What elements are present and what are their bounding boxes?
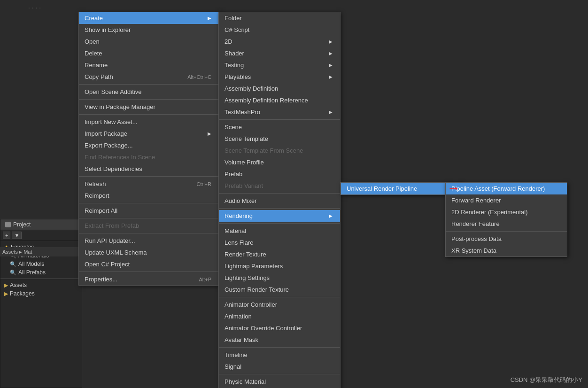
assets-path: Assets ▸ <box>2 249 22 255</box>
menu-item-animation[interactable]: Animation <box>219 310 340 322</box>
label: Import New Asset... <box>85 118 138 125</box>
menu-item-animator-controller[interactable]: Animator Controller <box>219 299 340 310</box>
menu-item-lightmap-params[interactable]: Lightmap Parameters <box>219 260 340 272</box>
arrow-button[interactable]: ▼ <box>12 232 22 239</box>
menu-item-reimport[interactable]: Reimport <box>79 190 219 202</box>
menu-item-select-dependencies[interactable]: Select Dependencies <box>79 163 219 175</box>
menu-item-textmeshpro[interactable]: TextMeshPro ▶ <box>219 106 340 118</box>
menu-item-xr-system-data[interactable]: XR System Data <box>446 245 567 256</box>
label: Scene Template <box>224 135 268 142</box>
search-icon-2: 🔍 <box>10 261 16 267</box>
shortcut: Alt+Ctrl+C <box>187 74 211 80</box>
assets-item[interactable]: ▶ Assets <box>0 281 82 289</box>
menu-item-scene-template[interactable]: Scene Template <box>219 133 340 145</box>
sep-l4-1 <box>446 231 567 232</box>
menu-item-testing[interactable]: Testing ▶ <box>219 59 340 71</box>
label: Update UXML Schema <box>85 249 147 256</box>
menu-item-lens-flare[interactable]: Lens Flare <box>219 237 340 248</box>
label: Animator Override Controller <box>224 325 302 332</box>
menu-item-export-package[interactable]: Export Package... <box>79 140 219 151</box>
label: Properties... <box>85 276 117 283</box>
menu-item-assembly-definition[interactable]: Assembly Definition <box>219 83 340 94</box>
menu-item-scene[interactable]: Scene <box>219 121 340 133</box>
packages-item[interactable]: ▶ Packages <box>0 289 82 298</box>
project-toolbar: + ▼ <box>0 230 82 241</box>
menu-item-material[interactable]: Material <box>219 225 340 237</box>
menu-item-render-texture[interactable]: Render Texture <box>219 248 340 260</box>
all-prefabs-item[interactable]: 🔍 All Prefabs <box>0 268 82 277</box>
menu-item-pipeline-asset[interactable]: Pipeline Asset (Forward Renderer) <box>446 183 567 194</box>
menu-item-delete[interactable]: Delete <box>79 47 219 59</box>
menu-item-custom-render-texture[interactable]: Custom Render Texture <box>219 284 340 295</box>
menu-item-find-references: Find References In Scene <box>79 151 219 163</box>
menu-item-view-package-manager[interactable]: View in Package Manager <box>79 101 219 113</box>
label: TextMeshPro <box>224 109 260 116</box>
menu-item-copy-path[interactable]: Copy Path Alt+Ctrl+C <box>79 71 219 83</box>
sep-l2-3 <box>219 208 340 209</box>
menu-item-run-api-updater[interactable]: Run API Updater... <box>79 235 219 247</box>
menu-item-open-scene-additive[interactable]: Open Scene Additive <box>79 86 219 98</box>
mat-folder: Mat <box>23 249 32 255</box>
add-button[interactable]: + <box>3 232 10 239</box>
sep6 <box>79 218 219 218</box>
menu-item-physic-material[interactable]: Physic Material <box>219 376 340 388</box>
menu-item-open-cs-project[interactable]: Open C# Project <box>79 258 219 270</box>
menu-item-timeline[interactable]: Timeline <box>219 349 340 361</box>
sep4 <box>79 176 219 177</box>
menu-item-assembly-definition-reference[interactable]: Assembly Definition Reference <box>219 94 340 106</box>
submenu-arrow-shader: ▶ <box>329 51 333 56</box>
context-menu-l4: Pipeline Asset (Forward Renderer) Forwar… <box>445 182 567 257</box>
label: Testing <box>224 62 244 69</box>
label: Renderer Feature <box>451 220 500 227</box>
submenu-arrow-2d: ▶ <box>329 39 333 44</box>
menu-item-animator-override[interactable]: Animator Override Controller <box>219 322 340 334</box>
menu-item-csharp-script[interactable]: C# Script <box>219 24 340 36</box>
menu-item-signal[interactable]: Signal <box>219 361 340 372</box>
menu-item-import-new-asset[interactable]: Import New Asset... <box>79 116 219 128</box>
menu-item-show-in-explorer[interactable]: Show in Explorer <box>79 24 219 36</box>
menu-item-extract-from-prefab: Extract From Prefab <box>79 220 219 232</box>
menu-item-create[interactable]: Create ▶ <box>79 12 219 24</box>
all-models-label: All Models <box>18 261 44 267</box>
menu-item-audio-mixer[interactable]: Audio Mixer <box>219 195 340 207</box>
label: 2D <box>224 38 232 45</box>
menu-item-refresh[interactable]: Refresh Ctrl+R <box>79 178 219 190</box>
top-dots: · · · · <box>28 4 41 11</box>
menu-item-avatar-mask[interactable]: Avatar Mask <box>219 334 340 346</box>
label: Prefab <box>224 171 242 178</box>
project-tab[interactable]: Project <box>0 219 82 230</box>
label: Universal Render Pipeline <box>347 185 417 192</box>
menu-item-update-uxml[interactable]: Update UXML Schema <box>79 247 219 258</box>
menu-item-shader[interactable]: Shader ▶ <box>219 47 340 59</box>
menu-item-scene-template-from-scene: Scene Template From Scene <box>219 145 340 156</box>
sep-l2-2 <box>219 193 340 194</box>
menu-item-properties[interactable]: Properties... Alt+P <box>79 273 219 285</box>
menu-item-open[interactable]: Open <box>79 36 219 47</box>
submenu-arrow-import: ▶ <box>208 131 211 136</box>
all-models-item[interactable]: 🔍 All Models <box>0 260 82 268</box>
sep8 <box>79 272 219 272</box>
menu-item-volume-profile[interactable]: Volume Profile <box>219 156 340 168</box>
label: C# Script <box>224 26 249 33</box>
label: Find References In Scene <box>85 154 155 161</box>
menu-item-post-process-data[interactable]: Post-process Data <box>446 233 567 245</box>
menu-item-forward-renderer[interactable]: Forward Renderer <box>446 194 567 206</box>
menu-item-lighting-settings[interactable]: Lighting Settings <box>219 272 340 284</box>
label: Prefab Variant <box>224 182 263 189</box>
label: Forward Renderer <box>451 197 501 204</box>
folder-icon-packages: ▶ <box>4 291 8 297</box>
red-arrow-indicator: ← <box>447 181 460 196</box>
menu-item-reimport-all[interactable]: Reimport All <box>79 205 219 217</box>
label: Custom Render Texture <box>224 286 289 293</box>
menu-item-2d[interactable]: 2D ▶ <box>219 36 340 47</box>
menu-item-folder[interactable]: Folder <box>219 12 340 24</box>
label: View in Package Manager <box>85 103 155 110</box>
menu-item-rename[interactable]: Rename <box>79 59 219 71</box>
menu-item-rendering[interactable]: Rendering ▶ <box>219 210 340 222</box>
menu-item-renderer-feature[interactable]: Renderer Feature <box>446 218 567 230</box>
menu-item-universal-render-pipeline[interactable]: Universal Render Pipeline ▶ <box>341 183 462 194</box>
menu-item-playables[interactable]: Playables ▶ <box>219 71 340 83</box>
menu-item-2d-renderer-experimental[interactable]: 2D Renderer (Experimental) <box>446 206 567 218</box>
menu-item-import-package[interactable]: Import Package ▶ <box>79 128 219 140</box>
menu-item-prefab[interactable]: Prefab <box>219 168 340 180</box>
